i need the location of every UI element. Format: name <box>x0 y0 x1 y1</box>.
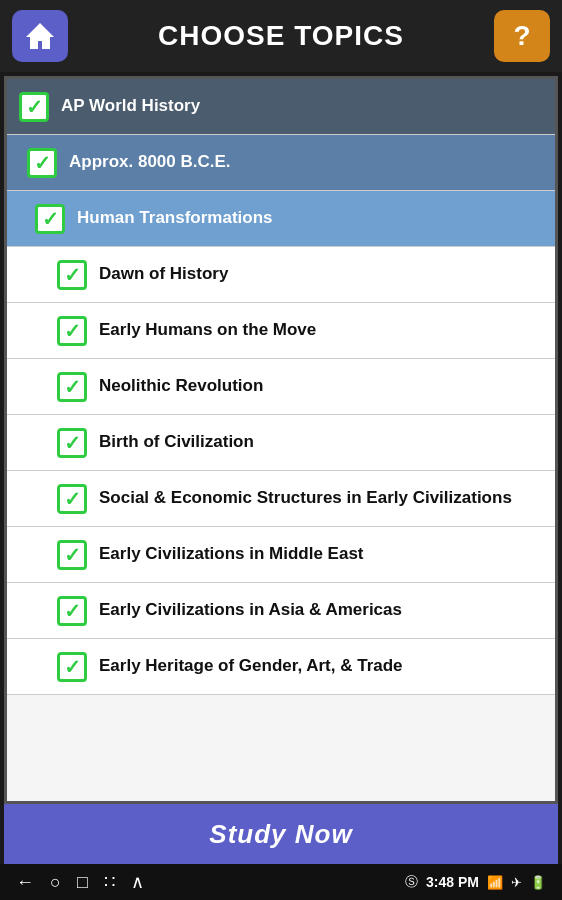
topic-label: Approx. 8000 B.C.E. <box>69 151 543 173</box>
topic-label: Human Transformations <box>77 207 543 229</box>
page-title: CHOOSE TOPICS <box>68 20 494 52</box>
topic-row[interactable]: Early Civilizations in Middle East <box>7 527 555 583</box>
topic-label: Early Civilizations in Middle East <box>99 543 543 565</box>
topic-row[interactable]: Birth of Civilization <box>7 415 555 471</box>
topic-checkbox[interactable] <box>35 204 65 234</box>
recents-icon[interactable]: □ <box>77 872 88 893</box>
topic-label: Birth of Civilization <box>99 431 543 453</box>
topic-checkbox[interactable] <box>57 260 87 290</box>
topic-row[interactable]: AP World History <box>7 79 555 135</box>
airplane-icon: ✈ <box>511 875 522 890</box>
topic-checkbox[interactable] <box>57 316 87 346</box>
topic-row[interactable]: Early Heritage of Gender, Art, & Trade <box>7 639 555 695</box>
grid-icon[interactable]: ∷ <box>104 871 115 893</box>
nav-buttons: ← ○ □ ∷ ∧ <box>16 871 144 893</box>
topic-label: AP World History <box>61 95 543 117</box>
study-now-button[interactable]: Study Now <box>4 804 558 864</box>
app-header: CHOOSE TOPICS ? <box>0 0 562 72</box>
help-label: ? <box>513 20 530 52</box>
topic-checkbox[interactable] <box>27 148 57 178</box>
topic-label: Social & Economic Structures in Early Ci… <box>99 487 543 509</box>
topic-label: Early Civilizations in Asia & Americas <box>99 599 543 621</box>
topic-checkbox[interactable] <box>57 428 87 458</box>
topic-checkbox[interactable] <box>19 92 49 122</box>
topic-checkbox[interactable] <box>57 596 87 626</box>
status-right: Ⓢ 3:48 PM 📶 ✈ 🔋 <box>405 873 546 891</box>
topic-checkbox[interactable] <box>57 540 87 570</box>
home-icon <box>24 21 56 51</box>
keyboard-hide-icon[interactable]: ∧ <box>131 871 144 893</box>
study-now-label: Study Now <box>209 819 352 850</box>
topic-row[interactable]: Social & Economic Structures in Early Ci… <box>7 471 555 527</box>
topic-row[interactable]: Early Civilizations in Asia & Americas <box>7 583 555 639</box>
topic-checkbox[interactable] <box>57 484 87 514</box>
topic-row[interactable]: Human Transformations <box>7 191 555 247</box>
time-display: 3:48 PM <box>426 874 479 890</box>
battery-icon: 🔋 <box>530 875 546 890</box>
home-button[interactable] <box>12 10 68 62</box>
topic-row[interactable]: Approx. 8000 B.C.E. <box>7 135 555 191</box>
topic-row[interactable]: Early Humans on the Move <box>7 303 555 359</box>
status-bar: ← ○ □ ∷ ∧ Ⓢ 3:48 PM 📶 ✈ 🔋 <box>0 864 562 900</box>
wifi-icon: 📶 <box>487 875 503 890</box>
topic-checkbox[interactable] <box>57 652 87 682</box>
topic-row[interactable]: Neolithic Revolution <box>7 359 555 415</box>
topic-label: Neolithic Revolution <box>99 375 543 397</box>
topic-label: Dawn of History <box>99 263 543 285</box>
blocked-icon: Ⓢ <box>405 873 418 891</box>
android-home-icon[interactable]: ○ <box>50 872 61 893</box>
topic-label: Early Humans on the Move <box>99 319 543 341</box>
back-icon[interactable]: ← <box>16 872 34 893</box>
topic-label: Early Heritage of Gender, Art, & Trade <box>99 655 543 677</box>
topic-row[interactable]: Dawn of History <box>7 247 555 303</box>
topic-checkbox[interactable] <box>57 372 87 402</box>
topics-list: AP World HistoryApprox. 8000 B.C.E.Human… <box>4 76 558 804</box>
svg-marker-0 <box>26 23 54 49</box>
help-button[interactable]: ? <box>494 10 550 62</box>
